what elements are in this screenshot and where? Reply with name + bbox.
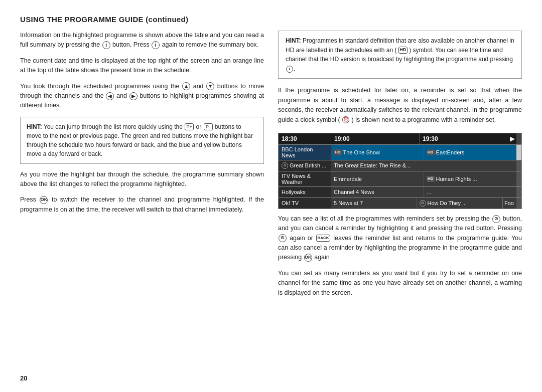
- ok-icon: OK: [40, 196, 48, 204]
- prog-foo: Foo: [502, 198, 516, 209]
- prog-ellipsis: ...: [424, 187, 516, 198]
- guide-row-3[interactable]: ITV News & Weather Emmerdale HD Human Ri…: [279, 171, 521, 186]
- left-para1: Information on the highlighted programme…: [20, 31, 264, 50]
- hd-badge-2: HD: [427, 149, 435, 155]
- prog-emmerdale: Emmerdale: [331, 171, 424, 186]
- prog-eastenders: HD EastEnders: [424, 145, 516, 160]
- guide-row-4[interactable]: Hollyoaks Channel 4 News ...: [279, 186, 521, 198]
- info-icon-right: i: [286, 66, 293, 73]
- left-hint-box: HINT: You can jump through the list more…: [20, 117, 264, 164]
- left-para2: The current date and time is displayed a…: [20, 56, 264, 76]
- channel-great: ⊙ Great British ...: [279, 160, 331, 171]
- right-para2: You can see a list of all the programmes…: [278, 214, 522, 263]
- page-number: 20: [20, 374, 264, 382]
- header-time3: 19:30: [420, 133, 507, 144]
- right-para3: You can set as many reminders as you wan…: [278, 269, 522, 298]
- right-icon: ▶: [129, 92, 138, 100]
- reminder-icon-2: ⊙: [279, 234, 287, 242]
- rew-icon: P-: [204, 123, 213, 130]
- hd-symbol: HD: [398, 47, 408, 54]
- guide-row-1[interactable]: BBC London News HD The One Show HD EastE…: [279, 144, 521, 160]
- prog-greatestate: The Great Estate: The Rise &...: [331, 160, 516, 171]
- ff-icon: P+: [185, 123, 194, 130]
- hd-badge-1: HD: [334, 149, 342, 155]
- back-icon: BACK: [316, 235, 330, 242]
- info-icon-2: i: [152, 41, 160, 49]
- channel-hollyoaks: Hollyoaks: [279, 187, 331, 198]
- page-title: USING THE PROGRAMME GUIDE (continued): [20, 15, 522, 24]
- right-hint-label: HINT:: [286, 37, 301, 44]
- clock-symbol: ⏰: [342, 116, 349, 123]
- guide-header: 18:30 19:00 19:30 ▶: [279, 133, 521, 144]
- prog-5news: 5 News at 7: [331, 198, 417, 209]
- prog-humanrights: HD Human Rights ...: [424, 171, 516, 186]
- guide-row-5[interactable]: Ok! TV 5 News at 7 ⊙ How Do They ... Foo: [279, 198, 521, 209]
- reminder-icon: ⊙: [492, 215, 500, 223]
- left-column: Information on the highlighted programme…: [20, 31, 264, 382]
- left-icon: ◀: [106, 92, 114, 100]
- prog-oneshow: HD The One Show: [331, 145, 424, 160]
- channel-itv: ITV News & Weather: [279, 171, 331, 186]
- scrollbar[interactable]: [516, 133, 521, 144]
- left-para5: Press OK to switch the receiver to the c…: [20, 195, 264, 215]
- scrollbar-space2: [516, 160, 521, 171]
- header-time1: 18:30: [279, 133, 331, 144]
- prog-ch4news: Channel 4 News: [331, 187, 424, 198]
- hd-badge-3: HD: [427, 176, 435, 182]
- scrollbar-space3: [516, 171, 521, 186]
- right-para1: If the programme is scheduled for later …: [278, 86, 522, 125]
- right-column: HINT: Programmes in standard definition …: [278, 31, 522, 382]
- up-icon: ▲: [182, 82, 190, 90]
- right-hint-box: HINT: Programmes in standard definition …: [278, 31, 522, 79]
- left-para3: You look through the scheduled programme…: [20, 82, 264, 111]
- scrollbar-space5: [516, 198, 521, 209]
- channel-bbc: BBC London News: [279, 145, 331, 160]
- info-icon: i: [102, 41, 110, 49]
- scrollbar-thumb[interactable]: [516, 145, 521, 160]
- clock-icon-row2: ⊙: [282, 162, 288, 169]
- header-arrow: ▶: [507, 133, 516, 144]
- clock-icon-row5: ⊙: [420, 200, 426, 207]
- left-para4: As you move the highlight bar through th…: [20, 170, 264, 189]
- ok-icon-2: OK: [304, 254, 312, 262]
- header-time2: 19:00: [331, 133, 420, 144]
- hint-label: HINT:: [27, 123, 42, 130]
- down-icon: ▼: [206, 82, 214, 90]
- guide-row-2[interactable]: ⊙ Great British ... The Great Estate: Th…: [279, 160, 521, 171]
- channel-oktv: Ok! TV: [279, 198, 331, 209]
- scrollbar-space4: [516, 187, 521, 198]
- tv-guide: 18:30 19:00 19:30 ▶ BBC London News HD T…: [278, 133, 522, 209]
- prog-howdothey: ⊙ How Do They ...: [417, 198, 503, 209]
- page: USING THE PROGRAMME GUIDE (continued) In…: [0, 0, 542, 392]
